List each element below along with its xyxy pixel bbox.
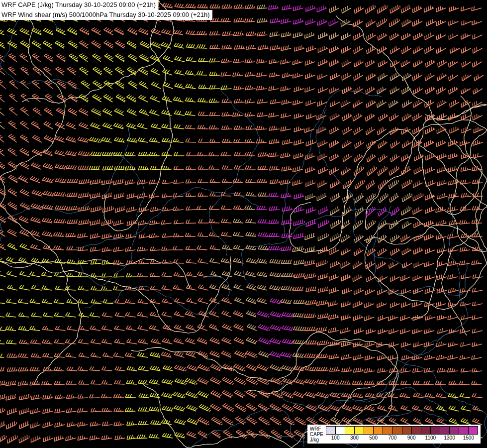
legend-swatch xyxy=(355,427,364,434)
legend-swatch xyxy=(440,427,450,434)
legend-swatch xyxy=(469,427,478,434)
weather-map-app: WRF CAPE (J/kg) Thursday 30-10-2025 09:0… xyxy=(0,0,487,448)
cape-legend: WRF CAPE J/kg 10030050070090011001300150… xyxy=(307,425,481,444)
legend-swatch xyxy=(374,427,383,434)
legend-swatch xyxy=(364,427,374,434)
legend-title-line-3: J/kg xyxy=(310,437,323,443)
legend-swatch xyxy=(392,427,402,434)
legend-tick-label: 700 xyxy=(389,435,397,441)
legend-tick-label: 1300 xyxy=(444,435,455,441)
legend-swatch xyxy=(383,427,392,434)
legend-color-scale xyxy=(326,426,478,435)
legend-tick-label: 1500 xyxy=(463,435,474,441)
legend-swatch xyxy=(459,427,469,434)
legend-tick-label: 1100 xyxy=(425,435,436,441)
legend-title: WRF CAPE J/kg xyxy=(310,426,323,443)
legend-tick-label: 100 xyxy=(331,435,340,441)
legend-tick-label: 500 xyxy=(369,435,378,441)
legend-swatch xyxy=(412,427,421,434)
weather-map-canvas xyxy=(0,0,487,448)
map-title-windshear: WRF Wind shear (m/s) 500/1000hPa Thursda… xyxy=(0,10,212,20)
legend-swatch xyxy=(421,427,431,434)
map-title-overlay: WRF CAPE (J/kg) Thursday 30-10-2025 09:0… xyxy=(0,0,212,20)
legend-title-line-1: WRF xyxy=(310,426,323,432)
legend-swatch xyxy=(336,427,345,434)
map-title-cape: WRF CAPE (J/kg) Thursday 30-10-2025 09:0… xyxy=(0,0,158,10)
legend-tick-label: 300 xyxy=(350,435,359,441)
legend-tick-label: 900 xyxy=(407,435,416,441)
legend-tick-labels: 100300500700900110013001500 xyxy=(326,435,478,441)
legend-swatch xyxy=(431,427,440,434)
legend-title-line-2: CAPE xyxy=(310,432,323,437)
legend-swatch xyxy=(402,427,412,434)
legend-swatch xyxy=(345,427,355,434)
legend-swatch xyxy=(450,427,459,434)
legend-colorbar: 100300500700900110013001500 xyxy=(326,426,478,443)
legend-swatch xyxy=(326,427,336,434)
